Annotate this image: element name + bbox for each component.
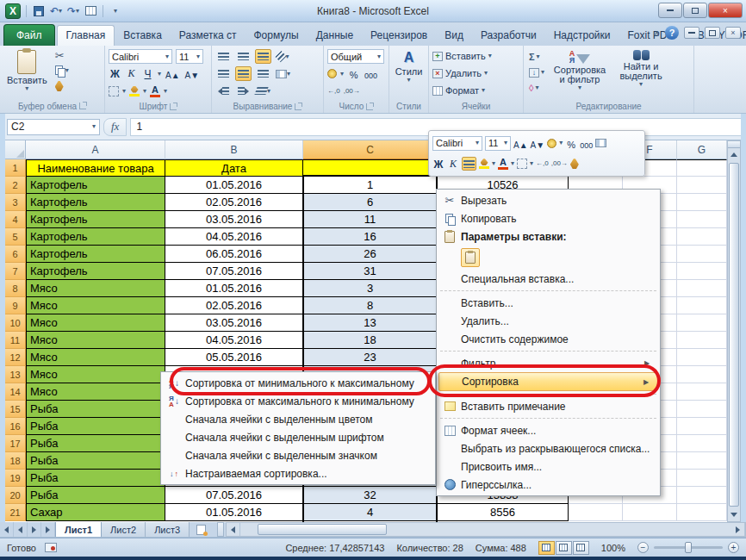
ribbon-tab-1[interactable]: Главная: [57, 25, 115, 46]
cell-C9[interactable]: 8: [303, 297, 438, 314]
mini-fill-dropdown-icon[interactable]: ▾: [492, 160, 495, 167]
wrap-text-button[interactable]: ▾: [255, 84, 271, 98]
clipboard-dialog-launcher-icon[interactable]: [79, 103, 86, 109]
fill-color-button[interactable]: [129, 86, 140, 96]
cell-A14[interactable]: Мясо: [26, 383, 165, 401]
font-dialog-launcher-icon[interactable]: [170, 103, 177, 110]
cell-A21[interactable]: Сахар: [26, 504, 165, 521]
menu-item-hyperlink[interactable]: Гиперссылка...: [438, 476, 658, 494]
cell-C2[interactable]: 1: [303, 177, 438, 194]
ribbon-tab-0[interactable]: Файл: [3, 24, 55, 46]
workbook-close-button[interactable]: ×: [725, 27, 741, 39]
row-header-12[interactable]: 12: [5, 349, 26, 366]
zoom-thumb[interactable]: [685, 542, 692, 553]
styles-button[interactable]: А Стили ▾: [392, 48, 426, 85]
mini-accounting-icon[interactable]: [547, 139, 556, 148]
tab-split-handle[interactable]: [217, 522, 224, 537]
mini-shrink-font-button[interactable]: А▼: [531, 136, 545, 150]
cell-G17[interactable]: [677, 435, 727, 452]
ribbon-tab-7[interactable]: Вид: [436, 26, 472, 46]
menu-item-sort-max-to-min[interactable]: ЯА↓Сортировка от максимального к минимал…: [163, 392, 433, 410]
zoom-level[interactable]: 100%: [601, 543, 625, 553]
ribbon-tab-6[interactable]: Рецензиров: [362, 26, 436, 46]
fill-button[interactable]: ↓▾: [527, 65, 546, 79]
menu-item-paste-special[interactable]: Специальная вставка...: [438, 270, 658, 288]
accounting-format-icon[interactable]: [327, 69, 337, 78]
mini-accounting-dropdown-icon[interactable]: ▾: [559, 140, 563, 146]
scroll-right-button[interactable]: [731, 523, 745, 536]
minimize-button[interactable]: [658, 3, 682, 18]
font-name-select[interactable]: Calibri▾: [109, 49, 172, 64]
cell-G13[interactable]: [677, 366, 727, 383]
cell-C4[interactable]: 11: [303, 211, 438, 228]
row-header-20[interactable]: 20: [5, 487, 26, 504]
cell-G11[interactable]: [677, 332, 727, 349]
cell-C10[interactable]: 13: [303, 314, 438, 332]
vertical-scrollbar[interactable]: [727, 140, 741, 522]
cell-B20[interactable]: 07.05.2016: [165, 487, 303, 504]
cell-C11[interactable]: 18: [303, 332, 438, 349]
borders-dropdown-icon[interactable]: ▾: [122, 88, 126, 95]
sheet-tab-3[interactable]: Лист3: [146, 522, 190, 537]
italic-button[interactable]: К: [125, 67, 138, 80]
bold-button[interactable]: Ж: [109, 67, 121, 80]
cell-G8[interactable]: [677, 280, 727, 297]
cell-C12[interactable]: 23: [303, 349, 438, 366]
cell-B12[interactable]: 05.05.2016: [165, 349, 303, 366]
row-header-11[interactable]: 11: [5, 332, 26, 349]
column-header-G[interactable]: G: [677, 140, 727, 159]
cell-B21[interactable]: 01.05.2016: [165, 504, 303, 521]
paste-option-button[interactable]: [461, 248, 480, 267]
cut-button[interactable]: ✂: [53, 48, 71, 62]
cell-G6[interactable]: [677, 246, 727, 263]
cell-A8[interactable]: Мясо: [26, 280, 165, 297]
mini-fill-color-button[interactable]: [479, 159, 489, 169]
cell-G16[interactable]: [677, 418, 727, 435]
format-painter-button[interactable]: [53, 79, 71, 93]
format-cells-button[interactable]: Формат▾: [432, 83, 519, 98]
merge-center-button[interactable]: ▾: [275, 66, 291, 81]
cell-A9[interactable]: Мясо: [26, 297, 165, 314]
zoom-track[interactable]: [654, 546, 723, 549]
cell-A18[interactable]: Рыба: [26, 452, 165, 470]
number-format-select[interactable]: Общий▾: [327, 49, 384, 64]
mini-font-color-dropdown-icon[interactable]: ▾: [511, 160, 514, 167]
cell-A19[interactable]: Рыба: [26, 470, 165, 487]
align-bottom-button[interactable]: [255, 49, 271, 64]
cell-G14[interactable]: [677, 383, 727, 401]
mini-font-color-button[interactable]: А: [498, 158, 508, 170]
zoom-in-button[interactable]: +: [728, 542, 739, 553]
cell-A12[interactable]: Мясо: [26, 349, 165, 366]
cell-C7[interactable]: 31: [303, 263, 438, 280]
font-size-select[interactable]: 11▾: [176, 49, 203, 64]
cell-G21[interactable]: [677, 504, 727, 521]
menu-item-sort-by-cell-color[interactable]: Сначала ячейки с выделенным цветом: [163, 410, 433, 428]
first-sheet-button[interactable]: [0, 522, 14, 537]
cell-G2[interactable]: [677, 177, 727, 194]
row-header-13[interactable]: 13: [5, 366, 26, 383]
menu-item-delete-cells[interactable]: Удалить...: [438, 312, 658, 330]
ribbon-tab-2[interactable]: Вставка: [115, 26, 171, 46]
shrink-font-button[interactable]: А▼: [184, 67, 201, 80]
autosum-button[interactable]: Σ▾: [527, 50, 546, 64]
cell-G20[interactable]: [677, 487, 727, 504]
align-center-button[interactable]: [235, 66, 252, 81]
percent-style-button[interactable]: %: [347, 67, 360, 80]
cell-A20[interactable]: Рыба: [26, 487, 165, 504]
insert-worksheet-button[interactable]: [190, 522, 212, 537]
cell-A13[interactable]: Мясо: [26, 366, 165, 383]
increase-decimal-icon[interactable]: ←,0: [327, 88, 340, 95]
row-header-7[interactable]: 7: [5, 263, 26, 280]
last-sheet-button[interactable]: [41, 522, 55, 537]
cell-G7[interactable]: [677, 263, 727, 280]
menu-item-filter[interactable]: Фильтр▶: [438, 354, 658, 372]
cell-C1[interactable]: [303, 159, 438, 177]
row-header-3[interactable]: 3: [5, 194, 26, 211]
menu-item-sort-min-to-max[interactable]: АЯ↓Сортировка от минимального к максимал…: [163, 374, 433, 392]
menu-item-insert-comment[interactable]: Вставить примечание: [438, 397, 658, 415]
cell-G18[interactable]: [677, 452, 727, 470]
clear-button[interactable]: ◊▾: [527, 81, 546, 95]
cell-B4[interactable]: 03.05.2016: [165, 211, 303, 228]
mini-font-name-select[interactable]: Calibri▾: [432, 136, 482, 151]
cell-G5[interactable]: [677, 228, 727, 246]
